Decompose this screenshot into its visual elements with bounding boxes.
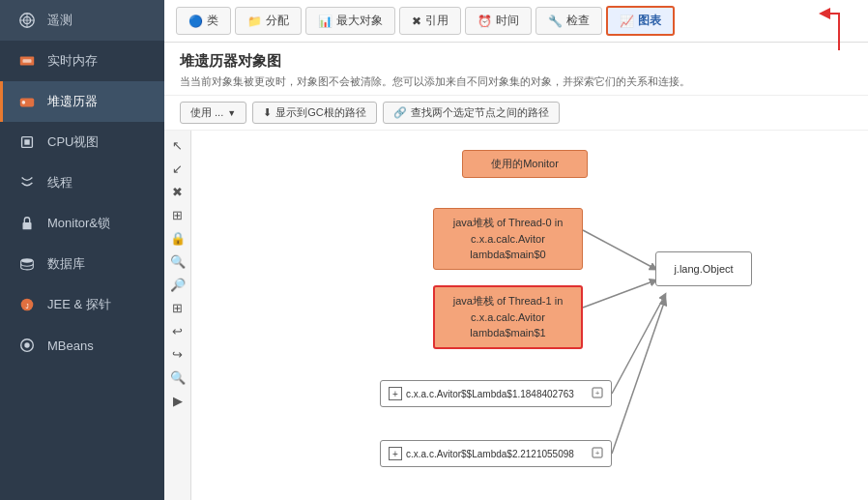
toolbar: 🔵 类 📁 分配 📊 最大对象 ✖ 引用 ⏰ 时间 🔧 检查 📈 图表 [164, 0, 868, 43]
sidebar-item-jee-probe[interactable]: J JEE & 探针 [0, 284, 164, 325]
threads-icon [16, 172, 38, 193]
sidebar-item-cpu-view[interactable]: CPU视图 [0, 122, 164, 162]
svg-text:+: + [595, 389, 600, 397]
icon-bar-search[interactable]: 🔍 [167, 367, 188, 388]
icon-bar-move[interactable]: ↙ [167, 158, 188, 179]
radar-icon [16, 10, 38, 31]
download-icon: ⬇ [263, 106, 272, 119]
svg-line-19 [612, 300, 665, 454]
icon-bar-zoom-in[interactable]: 🔍 [167, 250, 188, 272]
svg-text:+: + [595, 449, 600, 457]
sidebar-item-label: CPU视图 [47, 133, 99, 151]
lock-icon [16, 213, 38, 234]
sidebar: 遥测 实时内存 堆遗历器 CPU视图 线程 Monitor&锁 数据库 [0, 0, 164, 500]
lambda1-expand[interactable]: + [389, 387, 402, 400]
lambda1-expand-right[interactable]: + [592, 387, 603, 400]
svg-line-16 [583, 230, 655, 269]
heap-icon [16, 91, 38, 112]
main-content: 🔵 类 📁 分配 📊 最大对象 ✖ 引用 ⏰ 时间 🔧 检查 📈 图表 [164, 0, 868, 500]
page-title: 堆遗历器对象图 [180, 52, 853, 71]
icon-bar-undo[interactable]: ↩ [167, 320, 188, 341]
biggest-object-button[interactable]: 📊 最大对象 [305, 7, 395, 35]
icon-bar-expand[interactable]: ⊞ [167, 297, 188, 318]
show-gc-path-button[interactable]: ⬇ 显示到GC根的路径 [252, 102, 377, 124]
allocate-icon: 📁 [247, 15, 262, 28]
svg-line-17 [583, 280, 655, 308]
lambda2-expand[interactable]: + [389, 447, 402, 460]
jobject-node[interactable]: j.lang.Object [655, 251, 752, 286]
svg-rect-10 [23, 222, 32, 229]
time-button[interactable]: ⏰ 时间 [465, 7, 532, 35]
use-button[interactable]: 使用 ... ▼ [180, 102, 246, 124]
content-area: ↖ ↙ ✖ ⊞ 🔒 🔍 🔎 ⊞ ↩ ↪ 🔍 ▶ [164, 131, 868, 500]
lambda1-node[interactable]: + c.x.a.c.Avitor$$Lambda$1.1848402763 + [380, 380, 612, 407]
sidebar-item-label: 线程 [47, 174, 72, 191]
inspect-button[interactable]: 🔧 检查 [535, 7, 602, 35]
graph-icon: 📈 [620, 15, 634, 28]
allocate-button[interactable]: 📁 分配 [235, 7, 302, 35]
memory-icon [16, 50, 38, 72]
svg-point-11 [21, 258, 34, 263]
icon-bar-lock[interactable]: 🔒 [167, 227, 188, 249]
sidebar-item-label: 实时内存 [47, 52, 98, 70]
sidebar-item-heap-dump[interactable]: 堆遗历器 [0, 81, 164, 122]
time-icon: ⏰ [477, 15, 492, 28]
references-button[interactable]: ✖ 引用 [399, 7, 461, 35]
svg-point-7 [22, 101, 26, 104]
mbeans-icon [16, 335, 38, 356]
svg-point-15 [24, 342, 29, 347]
sidebar-item-realtime-memory[interactable]: 实时内存 [0, 41, 164, 81]
action-bar: 使用 ... ▼ ⬇ 显示到GC根的路径 🔗 查找两个选定节点之间的路径 [164, 96, 868, 131]
database-icon [16, 253, 38, 275]
sidebar-item-label: 遥测 [47, 12, 72, 29]
icon-bar-grid[interactable]: ⊞ [167, 204, 188, 225]
dropdown-icon: ▼ [227, 108, 236, 118]
thread1-node[interactable]: java堆栈 of Thread-1 in c.x.a.calc.Avitor … [433, 285, 583, 349]
icon-bar-cursor[interactable]: ↖ [167, 134, 188, 156]
sidebar-item-overview[interactable]: 遥测 [0, 0, 164, 41]
page-header: 堆遗历器对象图 当当前对象集被更改时，对象图不会被清除。您可以添加来自不同对象集… [164, 43, 868, 96]
sidebar-item-threads[interactable]: 线程 [0, 162, 164, 203]
class-button[interactable]: 🔵 类 [176, 7, 231, 35]
graph-canvas: 使用的Monitor java堆栈 of Thread-0 in c.x.a.c… [191, 131, 868, 500]
icon-bar-zoom-out[interactable]: 🔎 [167, 274, 188, 295]
lambda2-node[interactable]: + c.x.a.c.Avitor$$Lambda$2.2121055098 + [380, 440, 612, 467]
sidebar-item-label: MBeans [47, 338, 94, 353]
sidebar-item-label: JEE & 探针 [47, 296, 111, 313]
references-icon: ✖ [412, 15, 421, 28]
svg-line-18 [612, 295, 665, 394]
lambda2-expand-right[interactable]: + [592, 447, 603, 460]
svg-text:J: J [25, 303, 28, 309]
sidebar-item-mbeans[interactable]: MBeans [0, 325, 164, 366]
graph-button[interactable]: 📈 图表 [606, 6, 675, 36]
thread0-node[interactable]: java堆栈 of Thread-0 in c.x.a.calc.Avitor … [433, 208, 583, 270]
sidebar-item-monitor-locks[interactable]: Monitor&锁 [0, 203, 164, 244]
sidebar-item-label: Monitor&锁 [47, 215, 110, 232]
cpu-icon [16, 132, 38, 153]
page-description: 当当前对象集被更改时，对象图不会被清除。您可以添加来自不同对象集的对象，并探索它… [180, 74, 853, 89]
find-icon: 🔗 [393, 106, 407, 119]
svg-rect-9 [24, 139, 29, 144]
sidebar-item-label: 堆遗历器 [47, 93, 98, 110]
svg-rect-5 [23, 59, 32, 63]
icon-bar-redo[interactable]: ↪ [167, 343, 188, 365]
monitor-node[interactable]: 使用的Monitor [462, 150, 588, 178]
jee-icon: J [16, 294, 38, 315]
icon-bar-close[interactable]: ✖ [167, 181, 188, 202]
find-path-button[interactable]: 🔗 查找两个选定节点之间的路径 [383, 102, 560, 124]
sidebar-item-database[interactable]: 数据库 [0, 244, 164, 284]
sidebar-item-label: 数据库 [47, 255, 85, 273]
inspect-icon: 🔧 [548, 15, 563, 28]
class-icon: 🔵 [188, 15, 203, 28]
icon-bar-play[interactable]: ▶ [167, 390, 188, 411]
icon-bar: ↖ ↙ ✖ ⊞ 🔒 🔍 🔎 ⊞ ↩ ↪ 🔍 ▶ [164, 131, 191, 500]
biggest-icon: 📊 [318, 15, 333, 28]
